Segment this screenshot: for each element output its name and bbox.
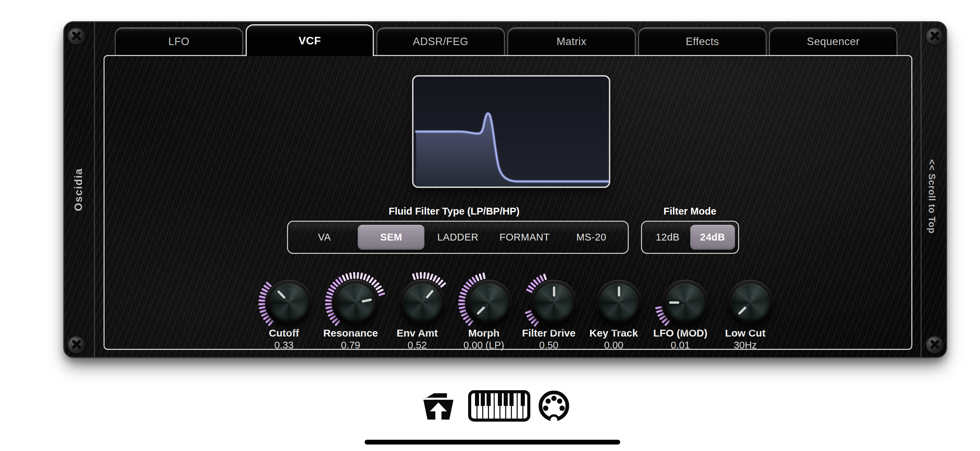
tab-label: ADSR/FEG — [413, 35, 468, 48]
knob-face — [600, 284, 638, 322]
knob-low-cut[interactable] — [716, 268, 784, 337]
filter-type-option-ladder[interactable]: LADDER — [425, 225, 491, 250]
filter-response-display — [412, 75, 610, 188]
knob-face — [535, 284, 573, 322]
knob-filter-drive[interactable] — [520, 268, 588, 337]
tab-label: LFO — [169, 35, 189, 48]
filter-type-label: Fluid Filter Type (LP/BP/HP) — [389, 206, 520, 217]
vcf-panel: Fluid Filter Type (LP/BP/HP) Filter Mode… — [103, 55, 912, 350]
knob-pointer — [277, 290, 286, 299]
screw-top-right — [926, 27, 944, 45]
knob-value: 0.50 — [520, 340, 578, 351]
screw-bottom-right — [926, 335, 944, 353]
knob-group-env-amt: Env Amt0.52 — [388, 268, 446, 351]
scroll-to-top-link[interactable]: << Scroll to Top — [923, 145, 940, 248]
tab-lfo[interactable]: LFO — [115, 27, 243, 55]
filter-mode-label: Filter Mode — [663, 206, 716, 217]
knob-value: 0.79 — [321, 340, 380, 351]
knob-resonance[interactable] — [321, 268, 390, 337]
filter-type-option-sem[interactable]: SEM — [358, 225, 425, 250]
knob-pointer — [618, 286, 620, 297]
filter-type-option-va[interactable]: VA — [291, 225, 358, 250]
knob-value: 0.52 — [388, 340, 446, 351]
home-indicator-bar — [364, 440, 620, 445]
tab-matrix[interactable]: Matrix — [508, 27, 636, 55]
knob-lfo-mod[interactable] — [651, 268, 720, 337]
filter-mode-option-12db[interactable]: 12dB — [645, 225, 690, 250]
knob-group-morph: Morph0.00 (LP) — [455, 268, 513, 351]
knob-face — [337, 284, 375, 322]
knob-pointer — [425, 289, 434, 299]
knob-face — [270, 284, 308, 322]
knob-face — [731, 284, 770, 322]
plugin-window: Oscidia << Scroll to Top LFOVCFADSR/FEGM… — [63, 21, 947, 358]
tab-label: VCF — [299, 35, 321, 47]
knob-pointer — [361, 298, 372, 303]
knob-pointer — [477, 306, 485, 315]
knob-value: 0.01 — [651, 340, 710, 351]
knob-env-amt[interactable] — [388, 268, 457, 337]
knob-group-lfo-mod: LFO (MOD)0.01 — [651, 268, 710, 351]
open-folder-icon — [422, 392, 455, 419]
screw-top-left — [68, 27, 86, 45]
filter-type-switch: VASEMLADDERFORMANTMS-20 — [287, 221, 629, 254]
knob-group-low-cut: Low Cut30Hz — [716, 268, 774, 351]
knob-face — [470, 284, 508, 322]
knob-value: 30Hz — [716, 340, 774, 351]
virtual-keyboard-button[interactable] — [468, 390, 530, 423]
brand-label: Oscidia — [69, 145, 88, 234]
tab-label: Sequencer — [807, 35, 859, 48]
knob-group-resonance: Resonance0.79 — [321, 268, 380, 351]
knob-morph[interactable] — [455, 268, 523, 337]
screw-bottom-left — [68, 335, 86, 353]
knob-group-filter-drive: Filter Drive0.50 — [520, 268, 578, 351]
knob-face — [666, 284, 705, 322]
filter-type-option-ms-20[interactable]: MS-20 — [558, 225, 625, 250]
midi-settings-button[interactable] — [538, 389, 570, 424]
piano-keyboard-icon — [468, 390, 530, 422]
knob-key-track[interactable] — [585, 268, 653, 337]
tab-vcf[interactable]: VCF — [246, 24, 374, 56]
knob-value: 0.00 — [585, 340, 643, 351]
knob-pointer — [738, 306, 747, 315]
knob-group-cutoff: Cutoff0.33 — [255, 268, 313, 351]
knob-group-key-track: Key Track0.00 — [585, 268, 643, 351]
tab-label: Matrix — [557, 35, 586, 48]
knob-value: 0.00 (LP) — [455, 340, 513, 351]
knob-face — [403, 284, 441, 322]
knob-pointer — [553, 286, 555, 297]
tab-effects[interactable]: Effects — [638, 27, 767, 55]
knob-cutoff[interactable] — [255, 268, 323, 337]
right-rail-divider — [921, 22, 921, 357]
filter-response-curve — [414, 76, 610, 188]
filter-mode-option-24db[interactable]: 24dB — [690, 225, 735, 250]
tab-sequencer[interactable]: Sequencer — [769, 27, 897, 55]
midi-din-icon — [538, 389, 570, 422]
knob-pointer — [669, 302, 679, 304]
tab-label: Effects — [686, 35, 719, 48]
tab-adsr-feg[interactable]: ADSR/FEG — [377, 27, 505, 55]
filter-mode-switch: 12dB24dB — [641, 221, 739, 254]
left-rail-divider — [94, 22, 95, 357]
knob-value: 0.33 — [255, 340, 313, 351]
filter-type-option-formant[interactable]: FORMANT — [492, 225, 558, 250]
load-preset-button[interactable] — [422, 392, 455, 421]
tab-bar: LFOVCFADSR/FEGMatrixEffectsSequencer — [115, 22, 915, 55]
